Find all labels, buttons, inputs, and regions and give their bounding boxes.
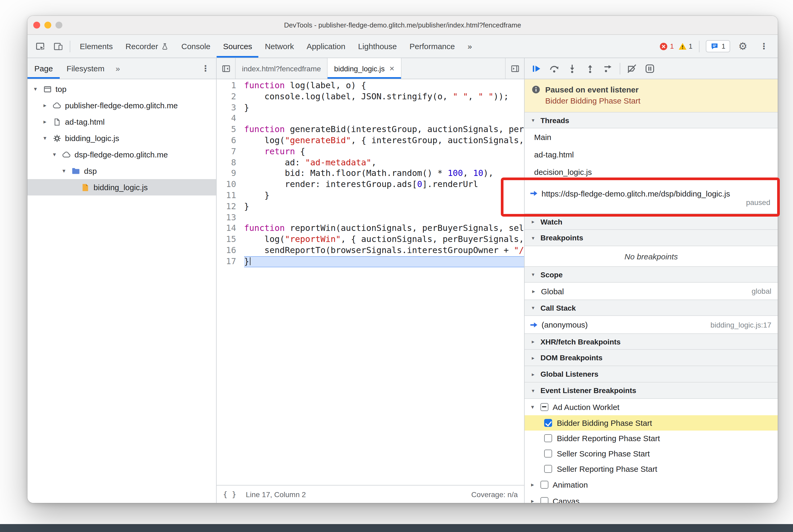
expanded-triangle-icon[interactable]: ▾	[41, 135, 49, 141]
line-number[interactable]: 14	[216, 223, 236, 234]
line-number[interactable]: 8	[216, 157, 236, 168]
code-line-10[interactable]: render: interestGroup.ads[0].renderUrl	[244, 179, 524, 190]
tree-item-bidding-logic-js[interactable]: bidding_logic.js	[27, 179, 216, 195]
panel-tab-sources[interactable]: Sources	[217, 35, 259, 58]
panel-tab-network[interactable]: Network	[259, 35, 300, 58]
section-header-xhr-fetch-breakpoints[interactable]: ▸XHR/fetch Breakpoints	[525, 334, 778, 350]
elb-group-ad-auction-worklet[interactable]: ▾Ad Auction Worklet	[525, 399, 778, 415]
device-toolbar-button[interactable]	[50, 38, 67, 55]
code-line-3[interactable]: }	[244, 102, 524, 113]
section-header-breakpoints[interactable]: ▾Breakpoints	[525, 230, 778, 246]
code-line-15[interactable]: log("reportWin", { auctionSignals, perBu…	[244, 234, 524, 245]
code-line-16[interactable]: sendReportTo(browserSignals.interestGrou…	[244, 245, 524, 256]
step-button[interactable]	[600, 60, 617, 77]
code-line-9[interactable]: bid: Math.floor(Math.random() * 100, 10)…	[244, 168, 524, 179]
tree-item-dsp-fledge-demo-glitch-me[interactable]: ▾dsp-fledge-demo.glitch.me	[27, 146, 216, 163]
editor-tab-index-html-fencedframe[interactable]: index.html?fencedframe	[235, 58, 328, 79]
thread-row-decision-logic-js[interactable]: decision_logic.js	[525, 163, 778, 181]
line-number[interactable]: 5	[216, 124, 236, 135]
code-line-6[interactable]: log("generateBid", { interestGroup, auct…	[244, 135, 524, 146]
line-number[interactable]: 17	[216, 256, 236, 267]
line-number[interactable]: 16	[216, 245, 236, 256]
deactivate-breakpoints-button[interactable]	[623, 60, 640, 77]
collapsed-triangle-icon[interactable]: ▸	[41, 102, 49, 109]
panel-tab-lighthouse[interactable]: Lighthouse	[352, 35, 403, 58]
code-line-7[interactable]: return {	[244, 146, 524, 157]
expanded-triangle-icon[interactable]: ▾	[32, 86, 39, 92]
tree-item-ad-tag-html[interactable]: ▸ad-tag.html	[27, 114, 216, 130]
checkbox-unchecked[interactable]	[544, 450, 552, 457]
elb-item-seller-reporting-phase-start[interactable]: Seller Reporting Phase Start	[525, 461, 778, 477]
settings-button[interactable]: ⚙	[734, 38, 751, 55]
tree-item-publisher-fledge-demo-glitch-me[interactable]: ▸publisher-fledge-demo.glitch.me	[27, 97, 216, 114]
code-line-2[interactable]: console.log(label, JSON.stringify(o, " "…	[244, 91, 524, 102]
panel-tab-console[interactable]: Console	[175, 35, 216, 58]
thread-row-ad-tag-html[interactable]: ad-tag.html	[525, 146, 778, 163]
minimize-window-button[interactable]	[44, 22, 51, 28]
main-menu-button[interactable]: ⋮	[755, 38, 772, 55]
elb-item-bidder-bidding-phase-start[interactable]: Bidder Bidding Phase Start	[525, 415, 778, 431]
line-number[interactable]: 6	[216, 135, 236, 146]
zoom-window-button[interactable]	[55, 22, 62, 28]
code-line-17[interactable]: }	[244, 256, 524, 267]
section-header-event-listener-breakpoints[interactable]: ▾Event Listener Breakpoints	[525, 382, 778, 399]
elb-group-canvas[interactable]: ▸Canvas	[525, 493, 778, 503]
tree-item-dsp[interactable]: ▾dsp	[27, 163, 216, 179]
checkbox-unchecked[interactable]	[544, 434, 552, 442]
step-out-button[interactable]	[582, 60, 599, 77]
line-number[interactable]: 4	[216, 113, 236, 125]
tree-item-bidding-logic-js[interactable]: ▾bidding_logic.js	[27, 130, 216, 146]
code-line-11[interactable]: }	[244, 190, 524, 201]
elb-item-seller-scoring-phase-start[interactable]: Seller Scoring Phase Start	[525, 446, 778, 461]
scope-row-global[interactable]: ▸Globalglobal	[525, 283, 778, 300]
collapsed-triangle-icon[interactable]: ▸	[41, 118, 49, 125]
close-window-button[interactable]	[33, 22, 40, 28]
inspect-button[interactable]	[32, 38, 49, 55]
section-header-threads[interactable]: ▾Threads	[525, 112, 778, 128]
code-line-14[interactable]: function reportWin(auctionSignals, perBu…	[244, 223, 524, 234]
section-header-call-stack[interactable]: ▾Call Stack	[525, 300, 778, 316]
section-header-global-listeners[interactable]: ▸Global Listeners	[525, 366, 778, 382]
elb-item-bidder-reporting-phase-start[interactable]: Bidder Reporting Phase Start	[525, 431, 778, 446]
code-line-5[interactable]: function generateBid(interestGroup, auct…	[244, 124, 524, 135]
collapsed-triangle-icon[interactable]: ▸	[529, 498, 536, 503]
code-line-12[interactable]: }	[244, 201, 524, 212]
checkbox-unchecked[interactable]	[541, 497, 548, 503]
line-number[interactable]: 1	[216, 80, 236, 91]
thread-row-main[interactable]: Main	[525, 128, 778, 146]
navigator-menu-button[interactable]: ⋮	[195, 58, 216, 79]
checkbox-unchecked[interactable]	[544, 465, 552, 473]
line-number[interactable]: 11	[216, 190, 236, 201]
code-line-1[interactable]: function log(label, o) {	[244, 80, 524, 91]
close-tab-icon[interactable]: ×	[389, 64, 394, 73]
resume-button[interactable]	[528, 60, 545, 77]
panel-tab-performance[interactable]: Performance	[403, 35, 461, 58]
expanded-triangle-icon[interactable]: ▾	[529, 404, 536, 411]
collapsed-triangle-icon[interactable]: ▸	[530, 288, 537, 294]
checkbox-indeterminate[interactable]	[541, 403, 548, 411]
more-panels-button[interactable]: »	[461, 35, 478, 58]
line-number[interactable]: 12	[216, 201, 236, 212]
line-number[interactable]: 15	[216, 234, 236, 245]
panel-tab-application[interactable]: Application	[300, 35, 352, 58]
line-number[interactable]: 7	[216, 146, 236, 157]
step-over-button[interactable]	[546, 60, 563, 77]
checkbox-checked[interactable]	[544, 419, 552, 427]
code-line-13[interactable]	[244, 212, 524, 223]
expanded-triangle-icon[interactable]: ▾	[51, 151, 58, 158]
panel-tab-elements[interactable]: Elements	[73, 35, 119, 58]
panel-tab-recorder[interactable]: Recorder	[119, 35, 175, 58]
section-header-watch[interactable]: ▸Watch	[525, 213, 778, 230]
code-line-8[interactable]: ad: "ad-metadata",	[244, 157, 524, 168]
elb-group-animation[interactable]: ▸Animation	[525, 477, 778, 493]
pretty-print-button[interactable]: { }	[223, 490, 237, 498]
section-header-scope[interactable]: ▾Scope	[525, 266, 778, 283]
checkbox-unchecked[interactable]	[541, 481, 548, 489]
pause-on-exceptions-button[interactable]	[641, 60, 658, 77]
toggle-debugger-sidebar-button[interactable]	[505, 58, 524, 79]
expanded-triangle-icon[interactable]: ▾	[60, 168, 68, 174]
step-into-button[interactable]	[564, 60, 581, 77]
collapsed-triangle-icon[interactable]: ▸	[529, 481, 536, 488]
line-number[interactable]: 13	[216, 212, 236, 223]
navigator-tab-filesystem[interactable]: Filesystem	[60, 58, 111, 79]
